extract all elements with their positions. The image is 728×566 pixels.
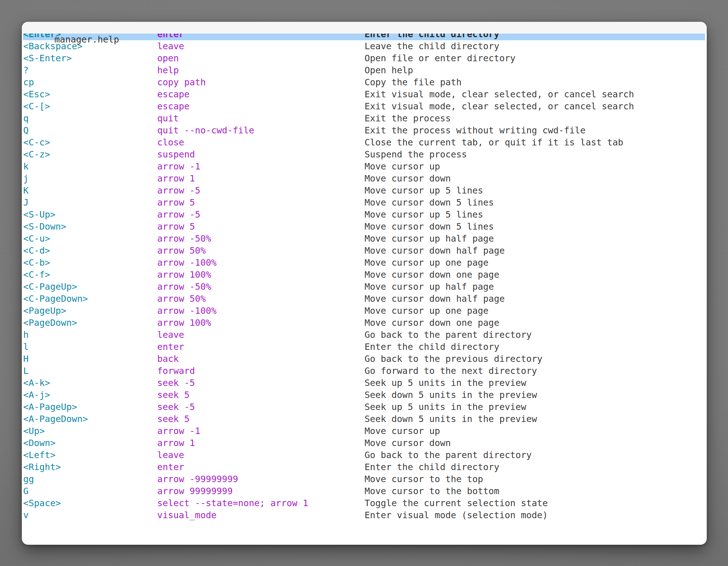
- key-cell: l: [23, 341, 29, 353]
- description-cell: Exit visual mode, clear selected, or can…: [365, 100, 634, 112]
- keybind-row[interactable]: <C-PageUp>arrow -50%Move cursor up half …: [23, 281, 705, 293]
- key-cell: J: [23, 197, 29, 209]
- keybind-row[interactable]: <Backspace>leaveLeave the child director…: [23, 40, 705, 52]
- key-cell: cp: [23, 76, 34, 88]
- command-cell: quit --no-cwd-file: [157, 125, 254, 137]
- key-cell: <S-Up>: [23, 209, 56, 221]
- keybind-row[interactable]: <S-Down>arrow 5Move cursor down 5 lines: [23, 221, 705, 233]
- keybind-row[interactable]: <A-j>seek 5Seek down 5 units in the prev…: [23, 389, 705, 401]
- command-cell: back: [157, 353, 179, 365]
- keybind-row[interactable]: LforwardGo forward to the next directory: [23, 365, 705, 377]
- keybind-row[interactable]: vvisual_modeEnter visual mode (selection…: [23, 509, 705, 521]
- key-cell: <A-PageUp>: [23, 401, 77, 413]
- keybind-row[interactable]: <PageDown>arrow 100%Move cursor down one…: [23, 317, 705, 329]
- keybind-row[interactable]: lenterEnter the child directory: [23, 341, 705, 353]
- keybind-row[interactable]: <A-PageDown>seek 5Seek down 5 units in t…: [23, 413, 705, 425]
- command-cell: arrow 1: [157, 173, 195, 185]
- command-cell: arrow -99999999: [157, 473, 238, 485]
- description-cell: Seek down 5 units in the preview: [365, 389, 537, 401]
- key-cell: <A-PageDown>: [23, 413, 88, 425]
- description-cell: Seek up 5 units in the preview: [365, 377, 526, 389]
- status-bar: manager.help: [22, 22, 707, 34]
- key-cell: <S-Down>: [23, 221, 66, 233]
- key-cell: k: [23, 161, 29, 173]
- command-cell: seek -5: [157, 401, 195, 413]
- key-cell: ?: [23, 64, 29, 76]
- key-cell: <C-d>: [23, 245, 50, 257]
- keybind-row[interactable]: Karrow -5Move cursor up 5 lines: [23, 185, 705, 197]
- description-cell: Open help: [365, 64, 413, 76]
- keybind-row[interactable]: Jarrow 5Move cursor down 5 lines: [23, 197, 705, 209]
- keybind-row[interactable]: <C-f>arrow 100%Move cursor down one page: [23, 269, 705, 281]
- key-cell: <Down>: [23, 437, 56, 449]
- status-layer-label: manager.help: [55, 34, 119, 45]
- description-cell: Close the current tab, or quit if it is …: [365, 137, 623, 149]
- description-cell: Move cursor up half page: [365, 233, 494, 245]
- keybind-row[interactable]: <C-u>arrow -50%Move cursor up half page: [23, 233, 705, 245]
- command-cell: escape: [157, 88, 190, 100]
- keybind-row[interactable]: <C-b>arrow -100%Move cursor up one page: [23, 257, 705, 269]
- keybind-row[interactable]: <PageUp>arrow -100%Move cursor up one pa…: [23, 305, 705, 317]
- keybind-row[interactable]: <C-z>suspendSuspend the process: [23, 149, 705, 161]
- command-cell: leave: [157, 329, 184, 341]
- command-cell: forward: [157, 365, 195, 377]
- keybind-row[interactable]: <C-c>closeClose the current tab, or quit…: [23, 137, 705, 149]
- keybinding-list: <Enter>enterEnter the child directory<Ba…: [23, 28, 705, 521]
- description-cell: Go forward to the next directory: [365, 365, 537, 377]
- keybind-row[interactable]: <Down>arrow 1Move cursor down: [23, 437, 705, 449]
- description-cell: Move cursor down one page: [365, 269, 499, 281]
- keybind-row[interactable]: HbackGo back to the previous directory: [23, 353, 705, 365]
- keybind-row[interactable]: jarrow 1Move cursor down: [23, 173, 705, 185]
- keybind-row[interactable]: <C-[>escapeExit visual mode, clear selec…: [23, 100, 705, 112]
- command-cell: arrow 1: [157, 437, 195, 449]
- command-cell: seek -5: [157, 377, 195, 389]
- keybind-row[interactable]: <S-Enter>openOpen file or enter director…: [23, 52, 705, 64]
- keybind-row[interactable]: <A-PageUp>seek -5Seek up 5 units in the …: [23, 401, 705, 413]
- keybind-row[interactable]: karrow -1Move cursor up: [23, 161, 705, 173]
- keybind-row[interactable]: <A-k>seek -5Seek up 5 units in the previ…: [23, 377, 705, 389]
- keybind-row[interactable]: cpcopy pathCopy the file path: [23, 76, 705, 88]
- keybind-row[interactable]: hleaveGo back to the parent directory: [23, 329, 705, 341]
- description-cell: Move cursor up half page: [365, 281, 494, 293]
- command-cell: close: [157, 137, 184, 149]
- key-cell: h: [23, 329, 29, 341]
- description-cell: Move cursor up: [365, 425, 440, 437]
- command-cell: enter: [157, 341, 184, 353]
- command-cell: arrow 50%: [157, 293, 206, 305]
- keybind-row[interactable]: <S-Up>arrow -5Move cursor up 5 lines: [23, 209, 705, 221]
- keybind-row[interactable]: <Right>enterEnter the child directory: [23, 461, 705, 473]
- key-cell: <Esc>: [23, 88, 50, 100]
- description-cell: Seek up 5 units in the preview: [365, 401, 526, 413]
- keybind-row[interactable]: Qquit --no-cwd-fileExit the process with…: [23, 125, 705, 137]
- command-cell: arrow -5: [157, 185, 200, 197]
- command-cell: visual_mode: [157, 509, 217, 521]
- description-cell: Move cursor up 5 lines: [365, 185, 483, 197]
- keybind-row[interactable]: <Up>arrow -1Move cursor up: [23, 425, 705, 437]
- description-cell: Move cursor down half page: [365, 245, 505, 257]
- description-cell: Go back to the previous directory: [365, 353, 543, 365]
- keybind-row[interactable]: <C-d>arrow 50%Move cursor down half page: [23, 245, 705, 257]
- command-cell: leave: [157, 449, 184, 461]
- command-cell: arrow -100%: [157, 305, 217, 317]
- keybind-row[interactable]: <Esc>escapeExit visual mode, clear selec…: [23, 88, 705, 100]
- keybind-row[interactable]: <C-PageDown>arrow 50%Move cursor down ha…: [23, 293, 705, 305]
- command-cell: arrow -5: [157, 209, 200, 221]
- key-cell: <C-f>: [23, 269, 50, 281]
- key-cell: <PageDown>: [23, 317, 77, 329]
- description-cell: Exit visual mode, clear selected, or can…: [365, 88, 634, 100]
- keybind-row[interactable]: ?helpOpen help: [23, 64, 705, 76]
- keybind-row[interactable]: Garrow 99999999Move cursor to the bottom: [23, 485, 705, 497]
- keybind-row[interactable]: <Space>select --state=none; arrow 1Toggl…: [23, 497, 705, 509]
- description-cell: Move cursor down one page: [365, 317, 499, 329]
- key-cell: G: [23, 485, 29, 497]
- key-cell: <Right>: [23, 461, 61, 473]
- command-cell: seek 5: [157, 413, 190, 425]
- command-cell: arrow 99999999: [157, 485, 233, 497]
- keybind-row[interactable]: qquitExit the process: [23, 112, 705, 125]
- description-cell: Exit the process without writing cwd-fil…: [365, 125, 586, 137]
- key-cell: <A-k>: [23, 377, 50, 389]
- description-cell: Leave the child directory: [365, 40, 499, 52]
- keybind-row[interactable]: <Left>leaveGo back to the parent directo…: [23, 449, 705, 461]
- keybind-row[interactable]: ggarrow -99999999Move cursor to the top: [23, 473, 705, 485]
- description-cell: Move cursor up: [365, 161, 440, 173]
